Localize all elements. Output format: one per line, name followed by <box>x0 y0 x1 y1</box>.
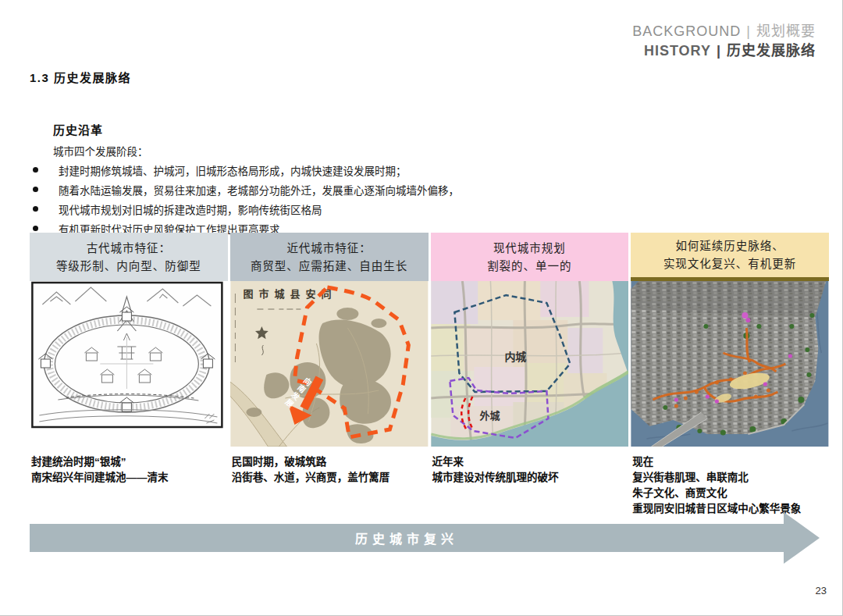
column-ancient-city: 古代城市特征： 等级形制、内向型、防御型 <box>30 233 228 517</box>
survey-map-image: 图市城县安同 向南发展 <box>230 281 429 447</box>
ancient-woodcut-map-illustration <box>30 281 228 447</box>
caption-line: 南宋绍兴年间建城池——清末 <box>31 470 228 486</box>
bullet-icon <box>33 167 38 173</box>
column-renewal-vision: 如何延续历史脉络、 实现文化复兴、有机更新 <box>631 233 829 517</box>
column-header-line1: 如何延续历史脉络、 <box>675 238 784 254</box>
bullet-text: 封建时期修筑城墙、护城河，旧城形态格局形成，内城快速建设发展时期； <box>59 162 407 178</box>
column-header-republican: 近代城市特征： 商贸型、应需拓建、自由生长 <box>230 233 429 281</box>
ancient-city-map-image <box>30 281 228 447</box>
zoning-map-illustration: 内城 外城 <box>431 281 629 447</box>
header-separator: | <box>717 43 721 59</box>
list-item: 封建时期修筑城墙、护城河，旧城形态格局形成，内城快速建设发展时期； <box>33 160 459 180</box>
column-header-line2: 等级形制、内向型、防御型 <box>56 258 201 274</box>
header-separator: | <box>746 23 751 39</box>
column-caption-ancient: 封建统治时期“银城” 南宋绍兴年间建城池——清末 <box>30 454 228 486</box>
history-bullet-list: 封建时期修筑城墙、护城河，旧城形态格局形成，内城快速建设发展时期； 随着水陆运输… <box>33 160 459 238</box>
list-item: 随着水陆运输发展，贸易往来加速，老城部分功能外迁，发展重心逐渐向城墙外偏移， <box>33 180 459 199</box>
column-header-modern: 现代城市规划 割裂的、单一的 <box>431 233 629 281</box>
section-title: 1.3 历史发展脉络 <box>30 69 131 85</box>
history-intro: 城市四个发展阶段： <box>53 143 148 158</box>
header-line-background: BACKGROUND|规划概要 <box>632 22 816 41</box>
page-number: 23 <box>816 585 827 596</box>
column-header-line2: 割裂的、单一的 <box>487 258 572 274</box>
bullet-icon <box>33 206 38 212</box>
era-comparison-grid: 古代城市特征： 等级形制、内向型、防御型 <box>30 233 829 517</box>
list-item: 现代城市规划对旧城的拆建改造时期，影响传统街区格局 <box>33 199 459 219</box>
column-header-line2: 实现文化复兴、有机更新 <box>663 256 797 272</box>
caption-line: 现在 <box>632 454 829 470</box>
header-line-history: HISTORY|历史发展脉络 <box>632 41 816 61</box>
column-header-ancient: 古代城市特征： 等级形制、内向型、防御型 <box>30 233 228 281</box>
inner-city-label: 内城 <box>504 351 526 363</box>
bullet-icon <box>33 226 38 231</box>
column-header-line1: 近代城市特征： <box>286 240 372 256</box>
column-republican-city: 近代城市特征： 商贸型、应需拓建、自由生长 <box>230 233 429 517</box>
bullet-text: 随着水陆运输发展，贸易往来加速，老城部分功能外迁，发展重心逐渐向城墙外偏移， <box>59 182 459 198</box>
page-header: BACKGROUND|规划概要 HISTORY|历史发展脉络 <box>632 22 816 61</box>
header-background-en: BACKGROUND <box>632 23 741 39</box>
caption-line: 民国时期，破城筑路 <box>232 454 429 470</box>
caption-line: 沿街巷、水道，兴商贾，盖竹篱厝 <box>232 470 429 486</box>
outer-city-label: 外城 <box>478 410 500 422</box>
zoning-map-image: 内城 外城 <box>431 281 629 447</box>
column-header-line2: 商贸型、应需拓建、自由生长 <box>251 258 408 274</box>
caption-line: 封建统治时期“银城” <box>31 454 228 470</box>
header-history-en: HISTORY <box>644 43 711 59</box>
column-header-line1: 古代城市特征： <box>87 240 172 256</box>
caption-line: 复兴街巷肌理、串联南北 <box>632 470 829 486</box>
column-header-line1: 现代城市规划 <box>493 240 566 256</box>
column-header-renewal: 如何延续历史脉络、 实现文化复兴、有机更新 <box>631 233 829 281</box>
header-history-zh: 历史发展脉络 <box>727 43 816 59</box>
bullet-text: 现代城市规划对旧城的拆建改造时期，影响传统街区格局 <box>59 201 322 217</box>
caption-line: 城市建设对传统肌理的破坏 <box>432 470 629 486</box>
column-modern-planning: 现代城市规划 割裂的、单一的 <box>431 233 629 517</box>
revival-arrow-label: 历史城市复兴 <box>355 529 458 547</box>
caption-line: 近年来 <box>432 454 629 470</box>
aerial-render-illustration <box>631 281 829 447</box>
caption-line: 朱子文化、商贾文化 <box>632 486 829 501</box>
revival-arrow-body: 历史城市复兴 <box>30 524 784 552</box>
column-caption-renewal: 现在 复兴街巷肌理、串联南北 朱子文化、商贾文化 重现同安旧城昔日区域中心繁华景… <box>631 454 829 517</box>
aerial-render-image <box>631 281 829 447</box>
header-background-zh: 规划概要 <box>756 23 816 39</box>
slide-page: { "page": { "top_right_header": { "line1… <box>0 0 843 616</box>
survey-map-illustration: 图市城县安同 <box>230 281 429 447</box>
historic-city-revival-arrow: 历史城市复兴 <box>30 512 820 564</box>
column-caption-republican: 民国时期，破城筑路 沿街巷、水道，兴商贾，盖竹篱厝 <box>230 454 429 486</box>
bullet-icon <box>33 187 38 192</box>
column-caption-modern: 近年来 城市建设对传统肌理的破坏 <box>431 454 629 486</box>
history-subtitle: 历史沿革 <box>53 121 103 137</box>
revival-arrow-head <box>784 512 820 564</box>
